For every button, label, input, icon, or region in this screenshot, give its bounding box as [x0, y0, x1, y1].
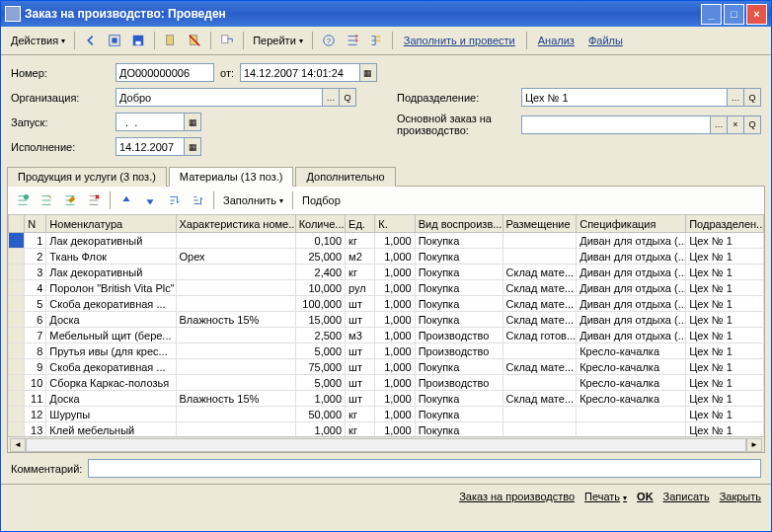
- cell-characteristic[interactable]: [176, 280, 295, 296]
- col-specification[interactable]: Спецификация: [577, 215, 686, 233]
- help-icon[interactable]: ?: [318, 30, 340, 51]
- cell-specification[interactable]: Кресло-качалка: [577, 391, 686, 407]
- copy-row-icon[interactable]: [36, 190, 57, 211]
- cell-specification[interactable]: Кресло-качалка: [577, 375, 686, 391]
- cell-placement[interactable]: [502, 233, 577, 249]
- cell-subdivision[interactable]: Цех № 1: [686, 328, 764, 343]
- cell-reproduction[interactable]: Покупка: [415, 296, 502, 312]
- cell-nomenclature[interactable]: Доска: [46, 391, 176, 407]
- cell-k[interactable]: 1,000: [375, 280, 415, 296]
- add-row-icon[interactable]: [12, 190, 34, 211]
- sort-asc-icon[interactable]: [163, 190, 185, 211]
- table-row[interactable]: 10 Сборка Каркас-полозья 5,000 шт 1,000 …: [9, 375, 764, 391]
- move-up-icon[interactable]: [116, 190, 137, 211]
- actions-menu[interactable]: Действия: [7, 30, 69, 51]
- cell-reproduction[interactable]: Производство: [415, 375, 502, 391]
- cell-unit[interactable]: м3: [346, 328, 375, 343]
- cell-unit[interactable]: рул: [346, 280, 375, 296]
- cell-characteristic[interactable]: [176, 328, 295, 343]
- col-reproduction[interactable]: Вид воспроизв...: [415, 215, 502, 233]
- cell-subdivision[interactable]: Цех № 1: [686, 391, 764, 407]
- table-row[interactable]: 11 Доска Влажность 15% 1,000 шт 1,000 По…: [9, 391, 764, 407]
- minimize-button[interactable]: _: [701, 4, 722, 25]
- cell-k[interactable]: 1,000: [375, 359, 415, 375]
- cell-n[interactable]: 5: [25, 296, 46, 312]
- cell-characteristic[interactable]: [176, 359, 295, 375]
- post-icon[interactable]: [160, 30, 182, 51]
- cell-unit[interactable]: шт: [346, 359, 375, 375]
- ellipsis-icon[interactable]: …: [711, 115, 728, 134]
- cell-reproduction[interactable]: Покупка: [415, 265, 502, 280]
- cell-quantity[interactable]: 2,500: [295, 328, 345, 343]
- cell-specification[interactable]: Диван для отдыха (...: [577, 312, 686, 328]
- cell-n[interactable]: 4: [25, 280, 46, 296]
- cell-placement[interactable]: Склад мате...: [502, 280, 577, 296]
- fill-menu[interactable]: Заполнить: [219, 190, 287, 211]
- table-row[interactable]: 4 Поролон "British Vita Plc" 10,000 рул …: [9, 280, 764, 296]
- maximize-button[interactable]: □: [724, 4, 744, 25]
- date-input[interactable]: [240, 63, 360, 82]
- cell-quantity[interactable]: 15,000: [295, 312, 345, 328]
- close-button[interactable]: ×: [746, 4, 767, 25]
- cell-characteristic[interactable]: Влажность 15%: [176, 312, 295, 328]
- cell-n[interactable]: 7: [25, 328, 46, 343]
- cell-unit[interactable]: шт: [346, 312, 375, 328]
- cell-unit[interactable]: кг: [346, 407, 375, 422]
- col-quantity[interactable]: Количе...: [295, 215, 345, 233]
- cell-reproduction[interactable]: Покупка: [415, 312, 502, 328]
- structure-icon[interactable]: [342, 30, 363, 51]
- tab-materials[interactable]: Материалы (13 поз.): [169, 167, 294, 187]
- cell-specification[interactable]: Диван для отдыха (...: [577, 249, 686, 265]
- cell-reproduction[interactable]: Покупка: [415, 359, 502, 375]
- lookup-icon[interactable]: Q: [744, 88, 761, 107]
- cell-quantity[interactable]: 5,000: [295, 343, 345, 359]
- cell-k[interactable]: 1,000: [375, 407, 415, 422]
- cell-quantity[interactable]: 1,000: [295, 391, 345, 407]
- cell-specification[interactable]: Диван для отдыха (...: [577, 233, 686, 249]
- cell-subdivision[interactable]: Цех № 1: [686, 407, 764, 422]
- basedon-icon[interactable]: [216, 30, 238, 51]
- cell-placement[interactable]: [502, 375, 577, 391]
- cell-specification[interactable]: Диван для отдыха (...: [577, 296, 686, 312]
- cell-unit[interactable]: кг: [346, 233, 375, 249]
- cell-characteristic[interactable]: [176, 375, 295, 391]
- back-icon[interactable]: [80, 30, 102, 51]
- cell-n[interactable]: 3: [25, 265, 46, 280]
- cell-k[interactable]: 1,000: [375, 233, 415, 249]
- cell-k[interactable]: 1,000: [375, 249, 415, 265]
- cell-reproduction[interactable]: Производство: [415, 328, 502, 343]
- cell-n[interactable]: 2: [25, 249, 46, 265]
- cell-quantity[interactable]: 10,000: [295, 280, 345, 296]
- clear-icon[interactable]: ×: [728, 115, 744, 134]
- cell-nomenclature[interactable]: Доска: [46, 312, 176, 328]
- cell-characteristic[interactable]: [176, 233, 295, 249]
- cell-subdivision[interactable]: Цех № 1: [686, 265, 764, 280]
- cell-quantity[interactable]: 5,000: [295, 375, 345, 391]
- cell-subdivision[interactable]: Цех № 1: [686, 359, 764, 375]
- table-row[interactable]: 9 Скоба декоративная ... 75,000 шт 1,000…: [9, 359, 764, 375]
- table-row[interactable]: 6 Доска Влажность 15% 15,000 шт 1,000 По…: [9, 312, 764, 328]
- col-subdivision[interactable]: Подразделен...: [686, 215, 764, 233]
- cell-characteristic[interactable]: Орех: [176, 249, 295, 265]
- calendar-icon[interactable]: ▦: [185, 113, 201, 131]
- close-button[interactable]: Закрыть: [720, 491, 761, 502]
- print-button[interactable]: Печать: [584, 491, 627, 502]
- comment-input[interactable]: [88, 459, 761, 478]
- cell-reproduction[interactable]: Покупка: [415, 249, 502, 265]
- launch-input[interactable]: [116, 113, 185, 131]
- cell-quantity[interactable]: 25,000: [295, 249, 345, 265]
- move-down-icon[interactable]: [139, 190, 161, 211]
- cell-k[interactable]: 1,000: [375, 391, 415, 407]
- scroll-track[interactable]: [26, 438, 746, 452]
- cell-characteristic[interactable]: Влажность 15%: [176, 391, 295, 407]
- exec-input[interactable]: [116, 137, 185, 156]
- cell-n[interactable]: 9: [25, 359, 46, 375]
- delete-row-icon[interactable]: [83, 190, 105, 211]
- cell-nomenclature[interactable]: Скоба декоративная ...: [46, 359, 176, 375]
- cell-subdivision[interactable]: Цех № 1: [686, 280, 764, 296]
- files-link[interactable]: Файлы: [582, 35, 629, 46]
- order-production-button[interactable]: Заказ на производство: [459, 491, 575, 502]
- cell-placement[interactable]: [502, 407, 577, 422]
- subdiv-input[interactable]: [521, 88, 728, 107]
- select-button[interactable]: Подбор: [298, 190, 345, 211]
